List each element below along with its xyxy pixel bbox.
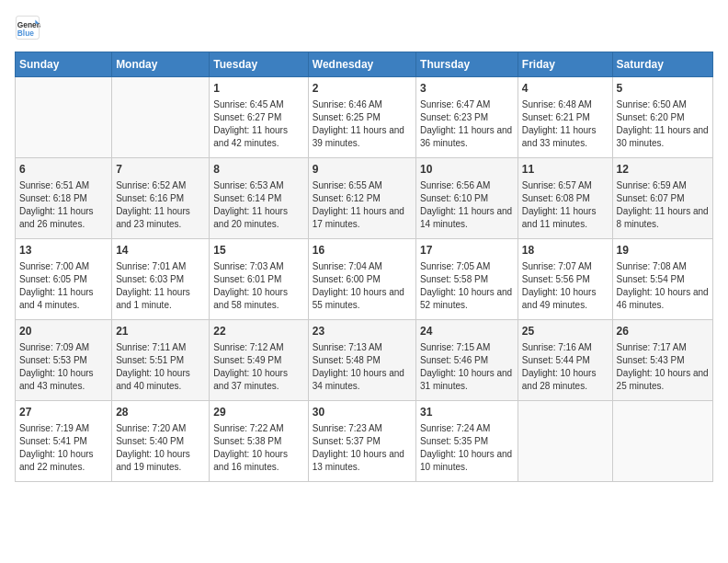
day-number: 17	[420, 243, 514, 259]
day-number: 27	[19, 405, 108, 420]
calendar-cell: 27Sunrise: 7:19 AM Sunset: 5:41 PM Dayli…	[16, 401, 112, 482]
day-info: Sunrise: 6:46 AM Sunset: 6:25 PM Dayligh…	[313, 98, 412, 150]
calendar-cell: 20Sunrise: 7:09 AM Sunset: 5:53 PM Dayli…	[16, 320, 112, 401]
day-info: Sunrise: 7:17 AM Sunset: 5:43 PM Dayligh…	[617, 341, 709, 393]
day-info: Sunrise: 7:20 AM Sunset: 5:40 PM Dayligh…	[116, 422, 205, 474]
week-row-1: 6Sunrise: 6:51 AM Sunset: 6:18 PM Daylig…	[16, 158, 713, 239]
header-wednesday: Wednesday	[308, 52, 415, 77]
day-info: Sunrise: 7:11 AM Sunset: 5:51 PM Dayligh…	[116, 341, 205, 393]
day-number: 12	[617, 162, 709, 178]
day-number: 11	[522, 162, 609, 178]
week-row-0: 1Sunrise: 6:45 AM Sunset: 6:27 PM Daylig…	[16, 77, 713, 158]
day-number: 3	[420, 81, 514, 97]
calendar-cell	[16, 77, 112, 158]
day-number: 10	[420, 162, 514, 178]
logo-icon: General Blue	[15, 15, 40, 40]
day-number: 28	[116, 405, 205, 420]
calendar-cell: 19Sunrise: 7:08 AM Sunset: 5:54 PM Dayli…	[612, 239, 712, 320]
calendar-cell: 28Sunrise: 7:20 AM Sunset: 5:40 PM Dayli…	[112, 401, 210, 482]
day-number: 13	[19, 243, 108, 259]
calendar-cell: 1Sunrise: 6:45 AM Sunset: 6:27 PM Daylig…	[210, 77, 308, 158]
calendar-table: SundayMondayTuesdayWednesdayThursdayFrid…	[15, 52, 713, 482]
calendar-cell: 4Sunrise: 6:48 AM Sunset: 6:21 PM Daylig…	[518, 77, 612, 158]
day-number: 5	[617, 81, 709, 97]
calendar-cell: 3Sunrise: 6:47 AM Sunset: 6:23 PM Daylig…	[416, 77, 518, 158]
day-number: 20	[19, 324, 108, 339]
day-number: 18	[522, 243, 609, 259]
day-number: 24	[420, 324, 514, 339]
day-number: 26	[617, 324, 709, 339]
header-tuesday: Tuesday	[210, 52, 308, 77]
day-info: Sunrise: 6:57 AM Sunset: 6:08 PM Dayligh…	[522, 179, 609, 231]
calendar-cell: 17Sunrise: 7:05 AM Sunset: 5:58 PM Dayli…	[416, 239, 518, 320]
day-number: 16	[313, 243, 412, 259]
calendar-cell: 13Sunrise: 7:00 AM Sunset: 6:05 PM Dayli…	[16, 239, 112, 320]
calendar-cell: 14Sunrise: 7:01 AM Sunset: 6:03 PM Dayli…	[112, 239, 210, 320]
day-info: Sunrise: 6:52 AM Sunset: 6:16 PM Dayligh…	[116, 179, 205, 231]
calendar-cell: 24Sunrise: 7:15 AM Sunset: 5:46 PM Dayli…	[416, 320, 518, 401]
calendar-cell: 2Sunrise: 6:46 AM Sunset: 6:25 PM Daylig…	[308, 77, 415, 158]
day-info: Sunrise: 7:16 AM Sunset: 5:44 PM Dayligh…	[522, 341, 609, 393]
day-number: 21	[116, 324, 205, 339]
day-number: 9	[313, 162, 412, 178]
calendar-cell: 18Sunrise: 7:07 AM Sunset: 5:56 PM Dayli…	[518, 239, 612, 320]
day-info: Sunrise: 7:23 AM Sunset: 5:37 PM Dayligh…	[313, 422, 412, 474]
day-info: Sunrise: 7:00 AM Sunset: 6:05 PM Dayligh…	[19, 260, 108, 312]
page-header: General Blue	[15, 15, 713, 40]
svg-text:Blue: Blue	[17, 29, 34, 38]
calendar-cell: 15Sunrise: 7:03 AM Sunset: 6:01 PM Dayli…	[210, 239, 308, 320]
day-info: Sunrise: 6:45 AM Sunset: 6:27 PM Dayligh…	[213, 98, 303, 150]
calendar-body: 1Sunrise: 6:45 AM Sunset: 6:27 PM Daylig…	[16, 77, 713, 482]
header-thursday: Thursday	[416, 52, 518, 77]
calendar-cell: 26Sunrise: 7:17 AM Sunset: 5:43 PM Dayli…	[612, 320, 712, 401]
day-info: Sunrise: 7:12 AM Sunset: 5:49 PM Dayligh…	[213, 341, 303, 393]
calendar-cell: 11Sunrise: 6:57 AM Sunset: 6:08 PM Dayli…	[518, 158, 612, 239]
logo: General Blue	[15, 15, 44, 40]
calendar-cell	[518, 401, 612, 482]
day-number: 4	[522, 81, 609, 97]
calendar-cell: 21Sunrise: 7:11 AM Sunset: 5:51 PM Dayli…	[112, 320, 210, 401]
day-info: Sunrise: 7:01 AM Sunset: 6:03 PM Dayligh…	[116, 260, 205, 312]
day-number: 31	[420, 405, 514, 420]
header-row: SundayMondayTuesdayWednesdayThursdayFrid…	[16, 52, 713, 77]
calendar-cell: 6Sunrise: 6:51 AM Sunset: 6:18 PM Daylig…	[16, 158, 112, 239]
day-number: 15	[213, 243, 303, 259]
calendar-cell: 10Sunrise: 6:56 AM Sunset: 6:10 PM Dayli…	[416, 158, 518, 239]
day-info: Sunrise: 7:19 AM Sunset: 5:41 PM Dayligh…	[19, 422, 108, 474]
week-row-2: 13Sunrise: 7:00 AM Sunset: 6:05 PM Dayli…	[16, 239, 713, 320]
day-number: 30	[313, 405, 412, 420]
day-info: Sunrise: 6:48 AM Sunset: 6:21 PM Dayligh…	[522, 98, 609, 150]
day-number: 7	[116, 162, 205, 178]
day-number: 2	[313, 81, 412, 97]
day-info: Sunrise: 7:08 AM Sunset: 5:54 PM Dayligh…	[617, 260, 709, 312]
day-number: 22	[213, 324, 303, 339]
calendar-cell: 31Sunrise: 7:24 AM Sunset: 5:35 PM Dayli…	[416, 401, 518, 482]
day-number: 25	[522, 324, 609, 339]
day-info: Sunrise: 7:24 AM Sunset: 5:35 PM Dayligh…	[420, 422, 514, 474]
calendar-cell: 30Sunrise: 7:23 AM Sunset: 5:37 PM Dayli…	[308, 401, 415, 482]
day-number: 23	[313, 324, 412, 339]
day-info: Sunrise: 6:59 AM Sunset: 6:07 PM Dayligh…	[617, 179, 709, 231]
day-info: Sunrise: 7:09 AM Sunset: 5:53 PM Dayligh…	[19, 341, 108, 393]
day-info: Sunrise: 7:13 AM Sunset: 5:48 PM Dayligh…	[313, 341, 412, 393]
header-sunday: Sunday	[16, 52, 112, 77]
day-number: 8	[213, 162, 303, 178]
calendar-header: SundayMondayTuesdayWednesdayThursdayFrid…	[16, 52, 713, 77]
header-friday: Friday	[518, 52, 612, 77]
calendar-cell	[112, 77, 210, 158]
day-info: Sunrise: 7:07 AM Sunset: 5:56 PM Dayligh…	[522, 260, 609, 312]
day-info: Sunrise: 7:03 AM Sunset: 6:01 PM Dayligh…	[213, 260, 303, 312]
day-info: Sunrise: 7:15 AM Sunset: 5:46 PM Dayligh…	[420, 341, 514, 393]
day-info: Sunrise: 6:50 AM Sunset: 6:20 PM Dayligh…	[617, 98, 709, 150]
day-info: Sunrise: 7:22 AM Sunset: 5:38 PM Dayligh…	[213, 422, 303, 474]
day-info: Sunrise: 6:51 AM Sunset: 6:18 PM Dayligh…	[19, 179, 108, 231]
week-row-3: 20Sunrise: 7:09 AM Sunset: 5:53 PM Dayli…	[16, 320, 713, 401]
day-info: Sunrise: 6:47 AM Sunset: 6:23 PM Dayligh…	[420, 98, 514, 150]
day-info: Sunrise: 7:04 AM Sunset: 6:00 PM Dayligh…	[313, 260, 412, 312]
calendar-cell: 23Sunrise: 7:13 AM Sunset: 5:48 PM Dayli…	[308, 320, 415, 401]
calendar-cell: 5Sunrise: 6:50 AM Sunset: 6:20 PM Daylig…	[612, 77, 712, 158]
calendar-cell: 8Sunrise: 6:53 AM Sunset: 6:14 PM Daylig…	[210, 158, 308, 239]
calendar-cell: 7Sunrise: 6:52 AM Sunset: 6:16 PM Daylig…	[112, 158, 210, 239]
day-number: 19	[617, 243, 709, 259]
calendar-cell	[612, 401, 712, 482]
